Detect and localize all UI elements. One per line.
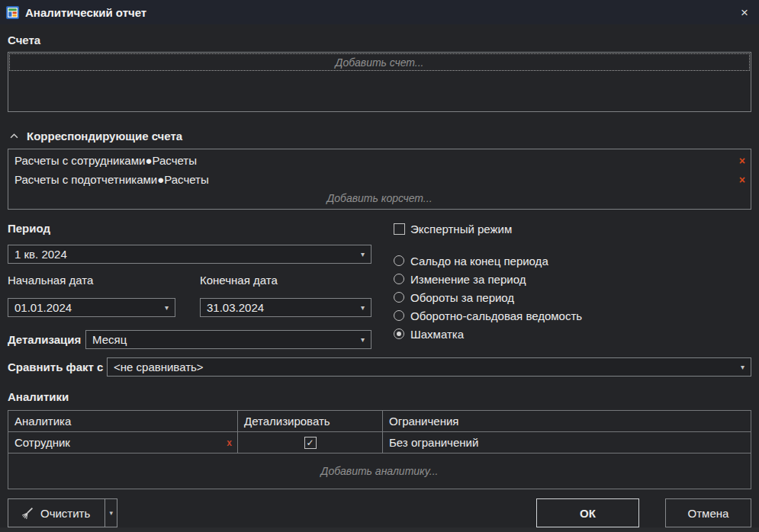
clear-dropdown-arrow[interactable]: ▾ (105, 499, 117, 527)
analytics-name: Сотрудник (14, 436, 70, 449)
radio-label: Сальдо на конец периода (410, 255, 548, 268)
detail-checkbox[interactable]: ✓ (304, 437, 317, 449)
radio-option[interactable]: Шахматка (394, 325, 751, 343)
analytics-table: Аналитика Детализировать Ограничения Сот… (8, 410, 751, 489)
chevron-down-icon: ▾ (165, 304, 169, 312)
period-select[interactable]: 1 кв. 2024 ▾ (8, 245, 371, 264)
end-date-select[interactable]: 31.03.2024 ▾ (200, 298, 371, 317)
detail-cell: ✓ (238, 432, 383, 453)
corr-account-label: Расчеты с подотчетниками●Расчеты (14, 173, 209, 186)
radio-option[interactable]: Сальдо на конец периода (394, 252, 751, 270)
chevron-down-icon: ▾ (741, 364, 745, 371)
chevron-down-icon: ▾ (361, 336, 365, 344)
radio-icon (394, 310, 404, 321)
clear-button-label: Очистить (40, 507, 90, 520)
radio-label: Обороты за период (410, 291, 514, 304)
expert-mode-label: Экспертный режим (410, 223, 512, 236)
remove-icon[interactable]: × (739, 155, 745, 166)
period-value: 1 кв. 2024 (14, 248, 67, 261)
start-date-select[interactable]: 01.01.2024 ▾ (8, 298, 175, 317)
column-header-analytics: Аналитика (8, 411, 238, 431)
ok-button[interactable]: ОК (536, 498, 639, 527)
add-analytics-placeholder: Добавить аналитику... (321, 465, 439, 477)
add-analytics-input[interactable]: Добавить аналитику... (8, 453, 751, 489)
radio-option[interactable]: Оборотно-сальдовая ведомость (394, 306, 751, 325)
titlebar: Аналитический отчет × (0, 0, 759, 24)
analytics-label: Аналитики (8, 390, 751, 404)
start-date-value: 01.01.2024 (14, 301, 72, 314)
close-icon[interactable]: × (741, 6, 748, 19)
compare-select[interactable]: <не сравнивать> ▾ (107, 357, 751, 377)
detail-label: Детализация (8, 333, 85, 346)
end-date-label: Конечная дата (200, 274, 278, 287)
corr-accounts-label: Корреспондирующие счета (27, 130, 182, 143)
analytics-name-cell[interactable]: Сотрудникx (8, 432, 238, 453)
add-corr-placeholder: Добавить корсчет... (326, 192, 432, 204)
column-header-restrictions: Ограничения (383, 411, 751, 431)
report-icon (6, 6, 19, 19)
corr-accounts-list: Расчеты с сотрудниками●Расчеты×Расчеты с… (8, 149, 751, 210)
restriction-value: Без ограничений (389, 436, 478, 449)
expert-mode-checkbox[interactable]: Экспертный режим (394, 222, 751, 236)
dialog-body: Счета Добавить счет... Корреспондирующие… (0, 24, 759, 527)
dialog-analytical-report: Аналитический отчет × Счета Добавить сче… (0, 0, 759, 532)
radio-label: Шахматка (410, 328, 464, 341)
collapse-icon[interactable] (10, 133, 18, 139)
bottom-strip (0, 527, 759, 532)
report-type-radio-group: Сальдо на конец периодаИзменение за пери… (394, 252, 751, 343)
radio-option[interactable]: Изменение за период (394, 270, 751, 288)
accounts-label: Счета (8, 34, 751, 47)
radio-icon (394, 292, 404, 303)
add-account-input[interactable]: Добавить счет... (9, 53, 750, 71)
add-corr-input[interactable]: Добавить корсчет... (8, 189, 751, 207)
radio-icon (394, 328, 404, 339)
cancel-button[interactable]: Отмена (665, 498, 751, 527)
compare-value: <не сравнивать> (114, 361, 204, 373)
accounts-list: Добавить счет... (8, 52, 751, 112)
restriction-cell[interactable]: Без ограничений (383, 432, 751, 453)
end-date-value: 31.03.2024 (207, 301, 264, 314)
radio-icon (394, 255, 404, 266)
chevron-down-icon: ▾ (361, 304, 365, 312)
corr-account-row[interactable]: Расчеты с подотчетниками●Расчеты× (8, 170, 751, 189)
compare-label: Сравнить факт с (8, 361, 107, 373)
remove-icon[interactable]: × (739, 175, 745, 185)
radio-label: Оборотно-сальдовая ведомость (410, 309, 582, 322)
radio-icon (394, 274, 404, 284)
add-account-placeholder: Добавить счет... (336, 56, 424, 69)
clear-button[interactable]: Очистить (8, 499, 105, 527)
table-header-row: Аналитика Детализировать Ограничения (8, 411, 751, 432)
corr-account-row[interactable]: Расчеты с сотрудниками●Расчеты× (8, 151, 751, 170)
window-title: Аналитический отчет (25, 6, 146, 19)
chevron-down-icon: ▾ (361, 251, 365, 258)
checkbox-icon (394, 223, 405, 235)
remove-icon[interactable]: x (227, 438, 232, 447)
radio-option[interactable]: Обороты за период (394, 288, 751, 306)
detail-value: Месяц (92, 333, 127, 346)
column-header-detail: Детализировать (238, 411, 383, 431)
clear-split-button: Очистить ▾ (8, 498, 117, 527)
start-date-label: Начальная дата (8, 274, 200, 287)
table-row: Сотрудникx✓Без ограничений (8, 432, 751, 453)
broom-icon (21, 507, 34, 520)
detail-select[interactable]: Месяц ▾ (85, 330, 371, 349)
period-label: Период (8, 222, 371, 236)
corr-account-label: Расчеты с сотрудниками●Расчеты (14, 154, 197, 167)
radio-label: Изменение за период (410, 273, 526, 286)
